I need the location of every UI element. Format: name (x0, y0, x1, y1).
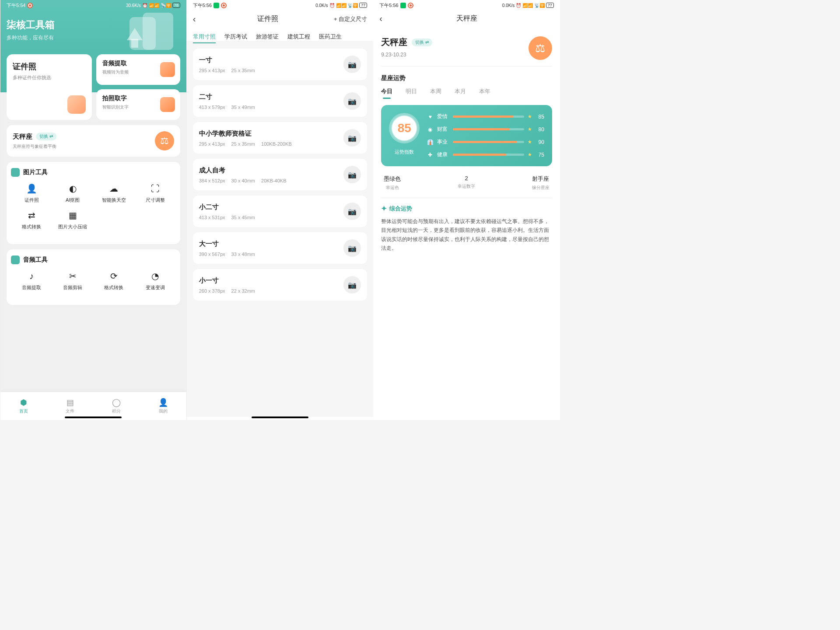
id-photo-card[interactable]: 证件照 多种证件任你挑选 (7, 54, 92, 120)
tool-icon: ⟳ (108, 270, 119, 282)
tool-item[interactable]: ⛶尺寸调整 (134, 183, 175, 203)
photo-size-item[interactable]: 小二寸413 x 531px35 x 45mm📷 (193, 196, 368, 227)
tab-0[interactable]: 常用寸照 (193, 33, 216, 41)
user-icon: 👤 (158, 398, 168, 407)
audio-section-icon (11, 256, 20, 264)
file-icon: ▤ (66, 398, 74, 407)
page-title: 天秤座 (456, 14, 477, 23)
fortune-section-title: 星座运势 (373, 66, 560, 88)
points-icon: ◯ (112, 398, 121, 407)
camera-icon: 📷 (343, 276, 361, 294)
custom-size-button[interactable]: + 自定义尺寸 (334, 15, 367, 23)
zodiac-card[interactable]: 天秤座 切换 ⇄ 天秤座符号象征着平衡 ⚖ (7, 125, 180, 157)
photo-size-item[interactable]: 成人自考384 x 512px30 x 40mm20KB-40KB📷 (193, 159, 368, 190)
tool-icon: ✂ (67, 270, 78, 282)
status-bar: 下午5:56 0.0K/s⏰📶📶 📡🛜77 (187, 0, 374, 10)
tool-item[interactable]: ✂音频剪辑 (52, 270, 93, 291)
switch-zodiac-button[interactable]: 切换 ⇄ (36, 133, 56, 140)
tool-item[interactable]: ⇄格式转换 (11, 210, 52, 230)
period-tab-2[interactable]: 本周 (430, 88, 441, 99)
ocr-card[interactable]: 拍照取字 智能识别文字 (96, 89, 180, 120)
camera-icon: 📷 (343, 56, 361, 73)
tool-item[interactable]: ◔变速变调 (134, 270, 175, 291)
audio-extract-card[interactable]: 音频提取 视频转为音频 (96, 54, 180, 85)
lucky-item: 2幸运数字 (458, 175, 475, 191)
tab-4[interactable]: 医药卫生 (319, 33, 342, 41)
tool-icon: ▦ (67, 210, 78, 221)
back-button[interactable]: ‹ (193, 14, 202, 24)
fortune-score: 85 (389, 113, 420, 144)
tool-icon: 👤 (26, 183, 37, 194)
wechat-icon (400, 3, 406, 8)
wechat-icon (214, 3, 219, 8)
tool-item[interactable]: ☁智能换天空 (93, 183, 134, 203)
nav-files[interactable]: ▤文件 (47, 392, 93, 420)
camera-icon: 📷 (343, 239, 361, 257)
fortune-metric: 👔事业★90 (427, 138, 544, 146)
tool-item[interactable]: ◐AI抠图 (52, 183, 93, 203)
lucky-item: 墨绿色幸运色 (384, 175, 401, 191)
status-bar: 下午5:56 0.0K/s⏰📶📶 📡🛜77 (373, 0, 560, 10)
zodiac-name: 天秤座 (381, 36, 407, 48)
audio-tools-section: 音频工具 ♪音频提取✂音频剪辑⟳格式转换◔变速变调 (7, 249, 180, 305)
tool-icon: ⛶ (150, 183, 161, 194)
alarm-icon: ⏰ (516, 3, 521, 8)
tool-icon: ☁ (108, 183, 119, 194)
period-tab-3[interactable]: 本月 (455, 88, 466, 99)
status-bar: 下午5:54 30.6K/s ⏰📶📶 📡🛜 78 (0, 0, 186, 10)
page-title: 证件照 (257, 14, 278, 24)
fortune-card: 85 运势指数 ♥爱情★85◉财富★80👔事业★90✚健康★75 (381, 105, 552, 166)
nav-home[interactable]: ⬢首页 (0, 392, 47, 420)
tab-2[interactable]: 旅游签证 (256, 33, 279, 41)
lucky-item: 射手座缘分星座 (532, 175, 550, 191)
bottom-nav: ⬢首页 ▤文件 ◯积分 👤我的 (0, 392, 186, 420)
app-indicator-icon (408, 3, 413, 8)
audio-icon (160, 62, 175, 77)
camera-icon: 📷 (343, 129, 361, 147)
analysis-text: 整体运势可能会与预期有出入，建议不要太依赖碰运气之事。想得不多，目光相对短浅的一… (381, 217, 552, 253)
analysis-title: 综合运势 (389, 205, 412, 213)
tool-item[interactable]: ♪音频提取 (11, 270, 52, 291)
fortune-metric: ✚健康★75 (427, 151, 544, 158)
libra-icon: ⚖ (155, 131, 174, 150)
fortune-metric: ♥爱情★85 (427, 113, 544, 120)
camera-icon: 📷 (343, 166, 361, 183)
camera-icon (160, 97, 175, 112)
image-tools-section: 图片工具 👤证件照◐AI抠图☁智能换天空⛶尺寸调整⇄格式转换▦图片大小压缩 (7, 162, 180, 244)
libra-icon: ⚖ (528, 36, 552, 60)
switch-zodiac-button[interactable]: 切换 ⇄ (412, 38, 432, 46)
photo-size-item[interactable]: 大一寸390 x 567px33 x 48mm📷 (193, 232, 368, 264)
tab-3[interactable]: 建筑工程 (287, 33, 310, 41)
back-button[interactable]: ‹ (379, 14, 388, 24)
app-indicator-icon (27, 3, 33, 8)
alarm-icon: ⏰ (329, 3, 335, 8)
period-tab-4[interactable]: 本年 (479, 88, 490, 99)
tool-icon: ◔ (150, 270, 161, 282)
home-icon: ⬢ (20, 398, 27, 407)
tool-icon: ◐ (67, 183, 78, 194)
photo-icon (67, 95, 86, 114)
photo-size-item[interactable]: 小一寸260 x 378px22 x 32mm📷 (193, 269, 368, 301)
app-indicator-icon (221, 3, 227, 8)
photo-size-item[interactable]: 二寸413 x 579px35 x 49mm📷 (193, 85, 368, 117)
tool-item[interactable]: ▦图片大小压缩 (52, 210, 93, 230)
tool-icon: ⇄ (26, 210, 37, 221)
alarm-icon: ⏰ (142, 3, 147, 8)
period-tab-0[interactable]: 今日 (381, 88, 392, 99)
photo-size-item[interactable]: 中小学教师资格证295 x 413px25 x 35mm100KB-200KB📷 (193, 122, 368, 154)
photo-size-item[interactable]: 一寸295 x 413px25 x 35mm📷 (193, 49, 368, 80)
nav-mine[interactable]: 👤我的 (140, 392, 186, 420)
zodiac-date: 9.23-10.23 (381, 52, 432, 58)
image-section-icon (11, 168, 20, 177)
nav-points[interactable]: ◯积分 (93, 392, 140, 420)
period-tab-1[interactable]: 明日 (406, 88, 417, 99)
tab-1[interactable]: 学历考试 (224, 33, 247, 41)
camera-icon: 📷 (343, 92, 361, 110)
camera-icon: 📷 (343, 203, 361, 220)
analysis-icon: ✦ (381, 204, 387, 213)
fortune-metric: ◉财富★80 (427, 126, 544, 133)
tool-item[interactable]: 👤证件照 (11, 183, 52, 203)
tool-item[interactable]: ⟳格式转换 (93, 270, 134, 291)
tool-icon: ♪ (26, 270, 37, 282)
